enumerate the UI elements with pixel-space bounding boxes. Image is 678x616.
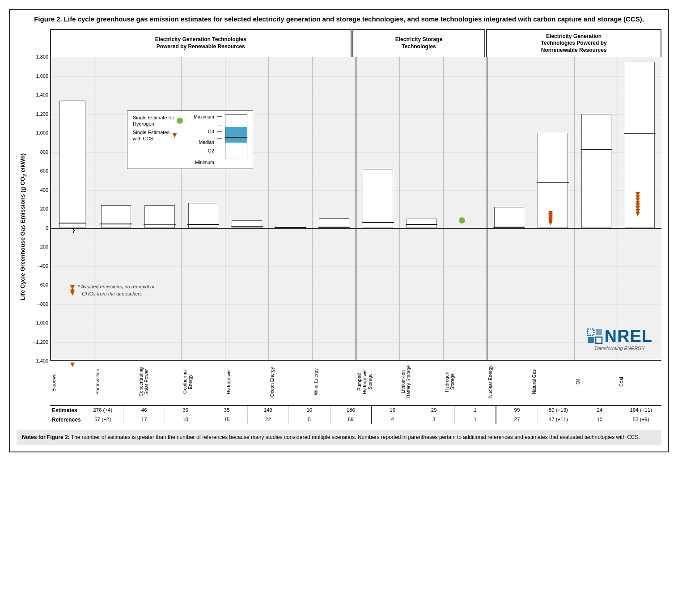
bar-coal <box>618 57 661 360</box>
section-header-renewable: Electricity Generation TechnologiesPower… <box>50 29 352 57</box>
y-axis-label: Life Cycle Greenhouse Gas Emissions (g C… <box>19 153 28 300</box>
svg-rect-3 <box>596 337 602 343</box>
section-header-nonrenewable: Electricity GenerationTechnologies Power… <box>486 29 661 57</box>
bar-natural-gas <box>531 57 575 360</box>
chart-grid: } <box>50 57 661 361</box>
nrel-tagline: Transforming ENERGY <box>587 346 653 351</box>
estimates-row: Estimates 276 (+4) 46 36 35 149 10 186 1… <box>50 405 661 415</box>
x-axis-labels: Biopower Photovoltaic Concentrating Sola… <box>50 362 661 404</box>
bars-flex: } <box>51 57 661 360</box>
bar-li-ion <box>400 57 443 360</box>
svg-rect-0 <box>588 329 594 335</box>
notes-label: Notes for Figure 2: <box>22 434 70 440</box>
bar-hydropower <box>225 57 269 360</box>
figure-container: Figure 2. Life cycle greenhouse gas emis… <box>9 9 669 452</box>
notes-section: Notes for Figure 2: The number of estima… <box>17 430 661 445</box>
bar-wind <box>313 57 356 360</box>
bar-ocean <box>269 57 312 360</box>
figure-title: Figure 2. Life cycle greenhouse gas emis… <box>17 14 661 24</box>
legend-box: Single Estimate forHydrogen Single Estim… <box>127 110 253 169</box>
bar-oil <box>575 57 618 360</box>
y-axis-ticks: 1,800 1,600 1,400 1,200 1,000 800 600 40… <box>30 57 50 361</box>
nrel-icon <box>587 328 603 344</box>
nrel-name: NREL <box>605 328 653 345</box>
nrel-logo: NREL Transforming ENERGY <box>587 328 653 351</box>
svg-rect-2 <box>588 337 594 343</box>
section-headers: Electricity Generation TechnologiesPower… <box>50 29 661 57</box>
svg-rect-1 <box>596 329 602 335</box>
bar-photovoltaic <box>94 57 138 360</box>
references-row: References 57 (+2) 17 10 15 22 5 69 4 3 … <box>50 415 661 424</box>
bar-csp <box>138 57 182 360</box>
bar-geothermal <box>182 57 225 360</box>
bar-pumped-hydro <box>356 57 400 360</box>
grid-line-zero <box>51 228 661 229</box>
section-header-storage: Electricity StorageTechnologies <box>352 29 486 57</box>
notes-text: The number of estimates is greater than … <box>70 434 640 440</box>
bar-nuclear <box>487 57 531 360</box>
bar-hydrogen-storage <box>444 57 487 360</box>
asterisk-note: * Avoided emissions, no removal of GHGs … <box>78 283 154 297</box>
bar-biopower: } <box>51 57 94 360</box>
